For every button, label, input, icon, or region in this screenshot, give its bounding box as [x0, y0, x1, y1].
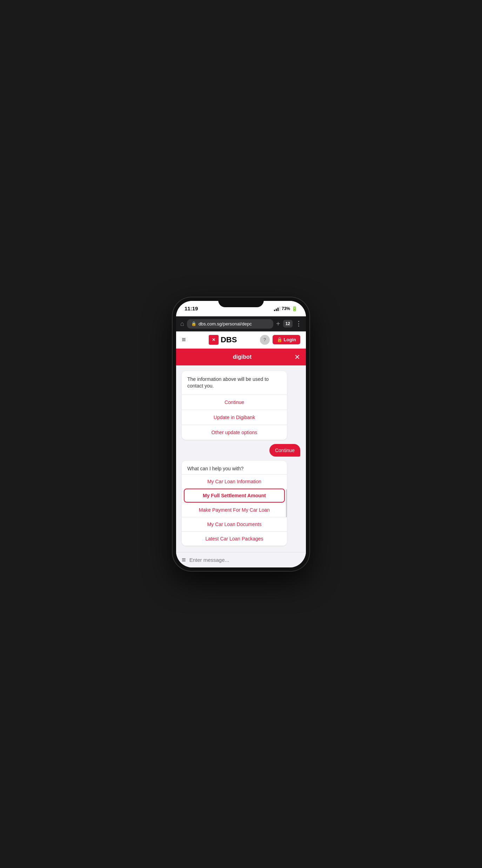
bot-card-contact-text: The information above will be used to co…: [182, 371, 287, 395]
phone-screen: 11:19 73% 🔋 ⌂ 🔒 dbs.com.sg/personal/depc…: [176, 301, 306, 567]
header-right-actions: ? 🔒 Login: [260, 335, 300, 345]
login-lock-icon: 🔒: [277, 337, 282, 342]
latest-packages-button[interactable]: Latest Car Loan Packages: [182, 531, 287, 546]
help-button[interactable]: ?: [260, 335, 270, 345]
battery-text: 73%: [282, 306, 290, 311]
new-tab-icon[interactable]: +: [276, 320, 280, 328]
bot-card-contact-info: The information above will be used to co…: [182, 371, 287, 440]
dbs-logo-icon: ✕: [209, 335, 219, 345]
battery-icon: 🔋: [292, 306, 297, 311]
digibot-title: digibot: [190, 354, 294, 360]
update-digibank-button[interactable]: Update in Digibank: [182, 410, 287, 425]
url-text: dbs.com.sg/personal/depc: [199, 321, 252, 327]
dbs-logo: ✕ DBS: [209, 335, 237, 345]
lock-icon: 🔒: [191, 321, 196, 326]
dbs-logo-text: DBS: [221, 335, 237, 344]
login-button[interactable]: 🔒 Login: [273, 335, 300, 344]
full-settlement-button[interactable]: My Full Settlement Amount: [184, 489, 285, 503]
scrollbar: [286, 489, 287, 517]
hamburger-menu-icon[interactable]: ≡: [182, 336, 186, 344]
signal-icon: [274, 306, 280, 311]
phone-frame: 11:19 73% 🔋 ⌂ 🔒 dbs.com.sg/personal/depc…: [173, 297, 309, 571]
car-loan-info-button[interactable]: My Car Loan Information: [182, 474, 287, 489]
chat-menu-icon[interactable]: ≡: [182, 556, 186, 564]
digibot-header: digibot ✕: [176, 349, 306, 365]
help-card: What can I help you with? My Car Loan In…: [182, 461, 287, 546]
help-card-header-text: What can I help you with?: [182, 461, 287, 474]
dbs-cross-symbol: ✕: [212, 337, 215, 342]
login-label: Login: [284, 337, 296, 342]
user-continue-bubble: Continue: [269, 444, 300, 457]
tabs-count[interactable]: 12: [283, 320, 293, 328]
message-input[interactable]: [189, 557, 300, 563]
make-payment-button[interactable]: Make Payment For My Car Loan: [182, 503, 287, 517]
more-menu-icon[interactable]: ⋮: [295, 320, 302, 328]
chat-input-bar: ≡: [176, 552, 306, 567]
browser-bar: ⌂ 🔒 dbs.com.sg/personal/depc + 12 ⋮: [176, 316, 306, 331]
dbs-header: ≡ ✕ DBS ? 🔒 Login: [176, 331, 306, 349]
status-icons: 73% 🔋: [274, 306, 297, 311]
continue-option-button[interactable]: Continue: [182, 395, 287, 410]
digibot-close-button[interactable]: ✕: [294, 353, 300, 361]
home-icon[interactable]: ⌂: [180, 320, 184, 328]
chat-area: The information above will be used to co…: [176, 365, 306, 552]
url-bar[interactable]: 🔒 dbs.com.sg/personal/depc: [187, 319, 273, 329]
car-loan-documents-button[interactable]: My Car Loan Documents: [182, 517, 287, 531]
other-update-options-button[interactable]: Other update options: [182, 425, 287, 440]
phone-notch: [218, 297, 264, 307]
status-time: 11:19: [185, 305, 198, 311]
